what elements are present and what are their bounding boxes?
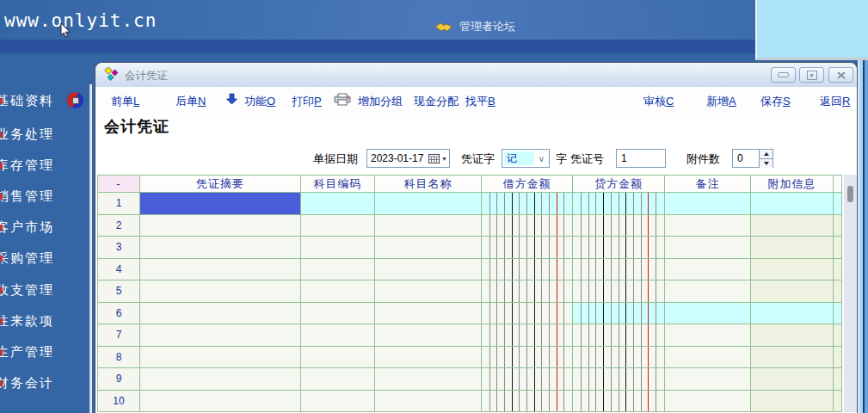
grid-cell[interactable] (140, 347, 301, 369)
grid-cell[interactable] (375, 215, 482, 237)
grid-cell[interactable] (140, 280, 301, 303)
grid-cell[interactable] (751, 215, 834, 237)
sidebar-item[interactable]: 采购管理 (0, 250, 54, 267)
grid-cell[interactable] (834, 347, 842, 369)
row-selector-header[interactable]: - (97, 175, 140, 193)
grid-cell[interactable] (573, 368, 665, 391)
grid-cell[interactable] (665, 303, 751, 325)
row-number-cell[interactable]: 6 (97, 303, 140, 325)
row-number-cell[interactable]: 3 (97, 237, 140, 259)
grid-cell[interactable] (140, 215, 301, 237)
date-dropdown-icon[interactable]: ▼ (441, 156, 447, 162)
column-header[interactable] (834, 175, 842, 193)
add-group-button[interactable]: 增加分组 (358, 94, 403, 109)
grid-cell[interactable] (482, 237, 573, 259)
grid-cell[interactable] (301, 347, 375, 369)
audit-button[interactable]: 审核C (643, 94, 674, 109)
grid-cell[interactable] (482, 303, 573, 325)
sidebar-item[interactable]: 销售管理 (0, 188, 54, 205)
minimize-button[interactable] (771, 67, 796, 83)
row-number-cell[interactable]: 1 (97, 193, 140, 215)
grid-cell[interactable] (140, 391, 301, 413)
grid-cell[interactable] (375, 259, 482, 281)
grid-cell[interactable] (573, 324, 665, 347)
grid-cell[interactable] (751, 324, 834, 347)
grid-cell[interactable] (665, 193, 751, 215)
calendar-icon[interactable] (428, 153, 440, 163)
column-header[interactable]: 科目名称 (375, 175, 482, 193)
grid-cell[interactable] (834, 259, 842, 281)
sidebar-item[interactable]: 收支管理 (0, 282, 54, 299)
grid-cell[interactable] (482, 324, 573, 347)
grid-cell[interactable] (140, 237, 301, 259)
row-number-cell[interactable]: 8 (97, 347, 140, 369)
sidebar-item[interactable]: 客户市场 (0, 219, 54, 236)
grid-cell[interactable] (751, 259, 834, 281)
vertical-scrollbar[interactable] (844, 175, 858, 412)
grid-cell[interactable] (375, 193, 482, 215)
save-button[interactable]: 保存S (760, 94, 791, 109)
grid-cell[interactable] (573, 237, 665, 259)
spin-down-button[interactable] (760, 159, 773, 168)
chevron-down-icon[interactable]: ∨ (535, 151, 548, 166)
forum-link[interactable]: 管理者论坛 (434, 19, 515, 34)
grid-cell[interactable] (482, 193, 573, 215)
sidebar-item[interactable]: 财务会计 (0, 375, 54, 391)
column-header[interactable]: 凭证摘要 (140, 175, 301, 193)
grid-cell[interactable] (482, 280, 573, 303)
grid-cell[interactable] (665, 237, 751, 259)
grid-cell[interactable] (375, 391, 482, 413)
sidebar-item[interactable]: 往来款项 (0, 313, 54, 330)
grid-cell[interactable] (573, 391, 665, 413)
prev-voucher-button[interactable]: 前单L (111, 94, 139, 109)
grid-cell[interactable] (375, 324, 482, 347)
print-button[interactable]: 打印P (292, 94, 322, 109)
grid-cell[interactable] (375, 347, 482, 369)
functions-button[interactable]: 功能O (244, 94, 275, 109)
grid-cell[interactable] (665, 280, 751, 303)
back-button[interactable]: 返回R (820, 94, 850, 109)
attachments-stepper[interactable]: 0 (732, 149, 773, 168)
cash-allocation-button[interactable]: 现金分配 (414, 94, 459, 109)
voucher-number-input[interactable]: 1 (616, 149, 666, 168)
grid-cell[interactable] (375, 368, 482, 391)
grid-cell[interactable] (140, 303, 301, 325)
spin-up-button[interactable] (760, 150, 773, 159)
grid-cell[interactable] (301, 215, 375, 237)
column-header[interactable]: 贷方金额 (573, 175, 665, 193)
titlebar[interactable]: 会计凭证 (95, 63, 857, 88)
grid-cell[interactable] (834, 391, 842, 413)
row-number-cell[interactable]: 10 (97, 391, 140, 413)
grid-cell[interactable] (665, 215, 751, 237)
printer-icon[interactable] (334, 93, 351, 109)
grid-cell[interactable] (751, 368, 834, 391)
grid-cell[interactable] (751, 303, 834, 325)
grid-cell[interactable] (751, 391, 834, 413)
grid-cell[interactable] (665, 391, 751, 413)
grid-cell[interactable] (834, 368, 842, 391)
grid-cell[interactable] (301, 237, 375, 259)
column-header[interactable]: 科目编码 (301, 175, 375, 193)
new-button[interactable]: 新增A (706, 94, 736, 109)
grid-cell[interactable] (751, 347, 834, 369)
grid-cell[interactable] (573, 347, 665, 369)
grid-cell[interactable] (482, 368, 573, 391)
row-number-cell[interactable]: 5 (97, 280, 140, 303)
grid-cell[interactable] (834, 193, 842, 215)
grid-cell[interactable] (834, 324, 842, 347)
grid-cell[interactable] (665, 324, 751, 347)
grid-cell[interactable] (301, 303, 375, 325)
grid-cell[interactable] (301, 259, 375, 281)
grid-cell[interactable] (665, 347, 751, 369)
grid-cell[interactable] (834, 215, 842, 237)
grid-cell[interactable] (375, 237, 482, 259)
grid-cell[interactable] (482, 391, 573, 413)
row-number-cell[interactable]: 9 (97, 368, 140, 391)
row-number-cell[interactable]: 2 (97, 215, 140, 237)
grid-cell[interactable] (301, 324, 375, 347)
column-header[interactable]: 借方金额 (482, 175, 573, 193)
sidebar-item[interactable]: 基础资料 (0, 93, 54, 109)
voucher-word-select[interactable]: 记 ∨ (502, 149, 550, 168)
grid-cell[interactable] (834, 280, 842, 303)
balance-button[interactable]: 找平B (465, 94, 496, 109)
